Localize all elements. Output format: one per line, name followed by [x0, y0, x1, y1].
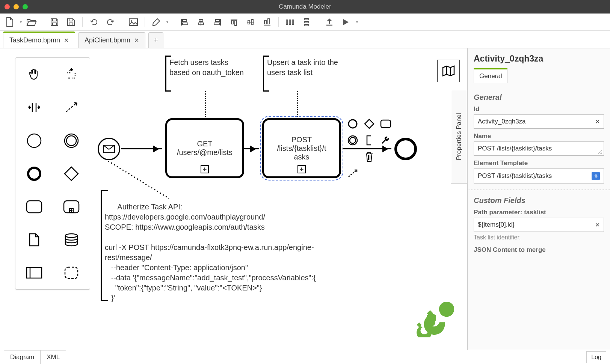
deploy-button[interactable] [322, 15, 337, 29]
append-gateway[interactable] [362, 117, 376, 131]
tab-add-button[interactable]: + [148, 32, 163, 48]
tab-apiclient[interactable]: ApiClient.bpmn ✕ [78, 32, 145, 48]
footer-log-button[interactable]: Log [586, 351, 606, 363]
create-task[interactable] [15, 190, 53, 223]
align-left-button[interactable] [177, 15, 192, 29]
create-participant[interactable] [15, 256, 53, 289]
sequence-flow[interactable] [121, 148, 162, 149]
data-store-icon [64, 233, 79, 247]
append-intermediate-event[interactable] [346, 133, 360, 147]
task-label-line1: POST [291, 135, 312, 144]
new-file-button[interactable] [2, 15, 17, 29]
undo-icon [90, 18, 98, 26]
append-annotation[interactable] [362, 133, 376, 147]
create-data-object[interactable] [15, 223, 53, 256]
undo-button[interactable] [86, 15, 101, 29]
align-right-button[interactable] [210, 15, 225, 29]
append-task[interactable] [379, 117, 393, 131]
resize-handle-icon[interactable] [598, 150, 602, 154]
rounded-rect-icon [26, 200, 43, 214]
task-get[interactable]: GET /users/@me/lists + [165, 118, 244, 178]
lasso-tool[interactable] [53, 58, 90, 91]
color-caret[interactable]: ▾ [165, 20, 169, 24]
subprocess-icon [63, 200, 80, 214]
create-data-store[interactable] [53, 223, 90, 256]
rounded-rect-icon [380, 119, 391, 128]
export-image-button[interactable] [126, 15, 141, 29]
start-event[interactable] [98, 138, 120, 160]
panel-tab-label: General [479, 72, 502, 80]
elements-palette [15, 57, 90, 290]
panel-tab-general[interactable]: General [474, 68, 507, 83]
id-field[interactable]: Activity_0zqh3za ✕ [474, 114, 604, 129]
hand-tool[interactable] [15, 58, 53, 91]
footer-tab-diagram[interactable]: Diagram [4, 350, 41, 364]
annotation-text: Fetch users tasks based on oauth_token [169, 58, 244, 77]
create-intermediate-event[interactable] [53, 124, 90, 157]
footer-bar: Diagram XML Log [0, 350, 610, 364]
redo-button[interactable] [103, 15, 118, 29]
annotation-text: Autherize Task API: https://developers.g… [105, 203, 316, 302]
distribute-h-button[interactable] [282, 15, 297, 29]
connect-arrow-icon [347, 168, 358, 178]
align-bottom-button[interactable] [260, 15, 275, 29]
connect-button[interactable] [346, 166, 360, 180]
tab-label: ApiClient.bpmn [85, 36, 130, 44]
save-as-button[interactable] [63, 15, 79, 29]
sequence-flow[interactable] [343, 148, 391, 149]
svg-rect-13 [235, 20, 237, 26]
id-value: Activity_0zqh3za [478, 118, 526, 125]
annotation-icon [365, 135, 373, 146]
delete-button[interactable] [362, 150, 376, 164]
minimap-toggle-button[interactable] [437, 60, 460, 82]
tab-taskdemo[interactable]: TaskDemo.bpmn ✕ [3, 32, 75, 48]
align-bottom-icon [263, 18, 271, 26]
footer-tab-xml[interactable]: XML [41, 350, 66, 364]
save-button[interactable] [47, 15, 62, 29]
space-tool[interactable] [15, 91, 53, 124]
create-subprocess-expanded[interactable] [53, 190, 90, 223]
create-start-event[interactable] [15, 124, 53, 157]
task-post[interactable]: POST /lists/{tasklist}/t asks + [262, 118, 341, 178]
svg-rect-10 [214, 23, 219, 25]
distribute-v-button[interactable] [299, 15, 314, 29]
run-caret[interactable]: ▾ [355, 20, 359, 24]
path-param-field[interactable]: ${items[0].id} ✕ [474, 218, 604, 232]
tab-close-icon[interactable]: ✕ [134, 37, 139, 44]
tab-close-icon[interactable]: ✕ [64, 37, 69, 44]
svg-rect-38 [381, 120, 391, 128]
distribute-h-icon [286, 18, 294, 26]
clear-id-button[interactable]: ✕ [595, 118, 600, 125]
svg-rect-19 [268, 19, 270, 24]
start-instance-button[interactable] [338, 15, 353, 29]
template-select[interactable]: POST /lists/{tasklist}/tasks ⇅ [474, 168, 604, 184]
annotation-upsert[interactable]: Upsert a task into the users task list [263, 57, 338, 90]
create-group[interactable] [53, 256, 90, 289]
upload-icon [325, 18, 334, 26]
window-minimize-button[interactable] [14, 4, 19, 9]
align-right-icon [214, 18, 221, 26]
end-event[interactable] [394, 138, 417, 160]
svg-rect-34 [27, 268, 42, 278]
diagram-canvas[interactable]: Fetch users tasks based on oauth_token U… [0, 48, 467, 350]
append-end-event[interactable] [346, 117, 360, 131]
open-file-button[interactable] [24, 15, 39, 29]
window-zoom-button[interactable] [23, 4, 28, 9]
window-close-button[interactable] [5, 4, 10, 9]
align-top-button[interactable] [226, 15, 242, 29]
align-middle-button[interactable] [243, 15, 258, 29]
svg-rect-20 [286, 20, 288, 24]
global-connect-tool[interactable] [53, 91, 90, 124]
annotation-fetch[interactable]: Fetch users tasks based on oauth_token [165, 57, 244, 90]
create-end-event[interactable] [15, 157, 53, 190]
clear-path-param-button[interactable]: ✕ [595, 221, 600, 229]
set-color-button[interactable] [149, 15, 164, 29]
align-center-button[interactable] [193, 15, 208, 29]
annotation-note[interactable]: Autherize Task API: https://developers.g… [101, 191, 341, 300]
properties-panel-toggle[interactable]: Properties Panel [451, 90, 467, 184]
name-field[interactable]: POST /lists/{tasklist}/tasks [474, 141, 604, 156]
svg-point-37 [349, 120, 357, 128]
sequence-flow[interactable] [244, 148, 259, 149]
create-gateway[interactable] [53, 157, 90, 190]
new-file-caret[interactable]: ▾ [19, 20, 23, 24]
